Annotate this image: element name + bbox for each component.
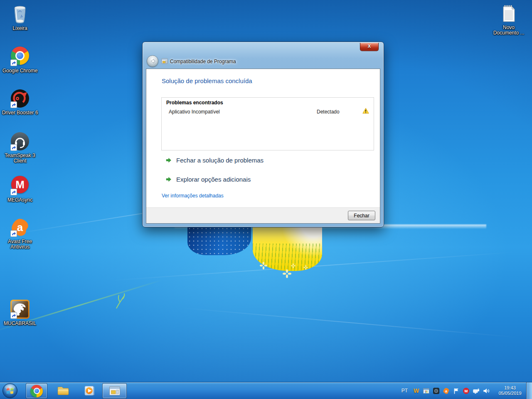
green-arrow-icon	[165, 157, 172, 163]
desktop-icon-lixeira[interactable]: Lixeira	[1, 4, 39, 31]
avast-tray-icon[interactable]: a	[443, 387, 450, 394]
desktop-icon-mucabrasil[interactable]: MUCABRASIL	[1, 299, 39, 326]
program-compatibility-icon	[161, 58, 168, 64]
sprout-decoration	[113, 291, 127, 309]
desktop-icon-novo-documento[interactable]: Novo Documento ...	[490, 3, 528, 36]
main-instruction: Solução de problemas concluída	[162, 77, 252, 84]
wallpaper-light-streak	[179, 307, 519, 337]
windows-logo-blue-pane	[187, 227, 251, 255]
window-client-area: Solução de problemas concluída Problemas…	[146, 69, 380, 224]
problems-found-panel: Problemas encontrados Aplicativo Incompa…	[161, 97, 374, 150]
program-compat-tray-icon[interactable]	[423, 387, 430, 394]
taskbar-button-media-player[interactable]	[79, 383, 99, 398]
action-center-flag-icon[interactable]	[453, 387, 460, 394]
desktop-icon-megasync[interactable]: M MEGAsync	[1, 175, 39, 203]
dialog-footer: Fechar	[146, 207, 380, 223]
problem-status: Detectado	[317, 109, 340, 115]
taskbar: PT W a M 19:43	[0, 382, 532, 399]
svg-text:M: M	[465, 389, 468, 393]
text-document-icon	[499, 3, 519, 23]
view-detailed-information-link[interactable]: Ver informações detalhadas	[162, 193, 224, 199]
teamspeak-tray-icon[interactable]	[433, 387, 440, 394]
folder-icon	[57, 384, 70, 397]
shortcut-arrow-icon	[10, 59, 17, 66]
desktop-icon-driver-booster[interactable]: Driver Booster 6	[1, 89, 39, 116]
program-window-icon	[108, 385, 121, 397]
shortcut-arrow-icon	[10, 230, 17, 237]
compatibility-troubleshooter-window: X Compatibilidade de Programa Solução de…	[142, 42, 384, 227]
taskbar-button-explorer[interactable]	[53, 383, 73, 398]
svg-text:a: a	[17, 221, 23, 234]
winamp-icon[interactable]: W	[413, 387, 420, 394]
problems-header: Problemas encontrados	[166, 100, 223, 106]
shortcut-arrow-icon	[10, 144, 17, 151]
warning-icon	[362, 108, 369, 114]
taskbar-button-compatibility-window[interactable]	[102, 383, 127, 399]
driver-booster-icon	[10, 89, 30, 108]
shortcut-arrow-icon	[10, 189, 17, 195]
teamspeak-icon	[10, 131, 30, 151]
desktop-icon-google-chrome[interactable]: Google Chrome	[1, 46, 39, 74]
back-button[interactable]	[147, 55, 158, 67]
taskbar-button-chrome[interactable]	[26, 383, 47, 399]
clock-date: 05/05/2019	[495, 391, 525, 396]
problem-name: Aplicativo Incompatível	[169, 109, 220, 115]
desktop: Lixeira Google Chrome Driver Booster 6	[0, 0, 532, 399]
back-arrow-icon	[147, 56, 158, 66]
language-indicator[interactable]: PT	[401, 388, 408, 394]
command-link-explore-options[interactable]: Explorar opções adicionais	[165, 176, 251, 183]
chrome-icon	[30, 385, 43, 397]
windows-logo-yellow-pane	[253, 227, 322, 271]
show-desktop-button[interactable]	[526, 382, 532, 399]
mucabrasil-icon	[10, 299, 30, 319]
system-tray: PT W a M 19:43	[401, 382, 525, 399]
start-button[interactable]	[2, 383, 18, 399]
recycle-bin-icon	[10, 4, 30, 24]
clock-time: 19:43	[495, 385, 525, 391]
command-link-close-troubleshooter[interactable]: Fechar a solução de problemas	[165, 157, 264, 164]
avast-icon: a	[10, 217, 30, 237]
svg-text:a: a	[445, 389, 448, 393]
window-title: Compatibilidade de Programa	[170, 59, 236, 64]
fechar-button[interactable]: Fechar	[348, 211, 375, 220]
desktop-icon-avast[interactable]: a Avast Free Antivirus	[1, 217, 39, 250]
clock[interactable]: 19:43 05/05/2019	[495, 385, 525, 396]
network-icon[interactable]	[473, 387, 480, 394]
window-titlebar[interactable]: Compatibilidade de Programa	[143, 42, 384, 69]
volume-icon[interactable]	[483, 387, 490, 394]
shortcut-arrow-icon	[10, 312, 17, 319]
grass-texture	[253, 244, 322, 271]
shortcut-arrow-icon	[10, 101, 17, 108]
megasync-tray-icon[interactable]: M	[463, 387, 470, 394]
green-arrow-icon	[165, 176, 172, 182]
desktop-icon-teamspeak[interactable]: TeamSpeak 3 Client	[1, 131, 39, 164]
icon-label: Lixeira	[1, 26, 39, 31]
media-player-icon	[82, 384, 96, 397]
